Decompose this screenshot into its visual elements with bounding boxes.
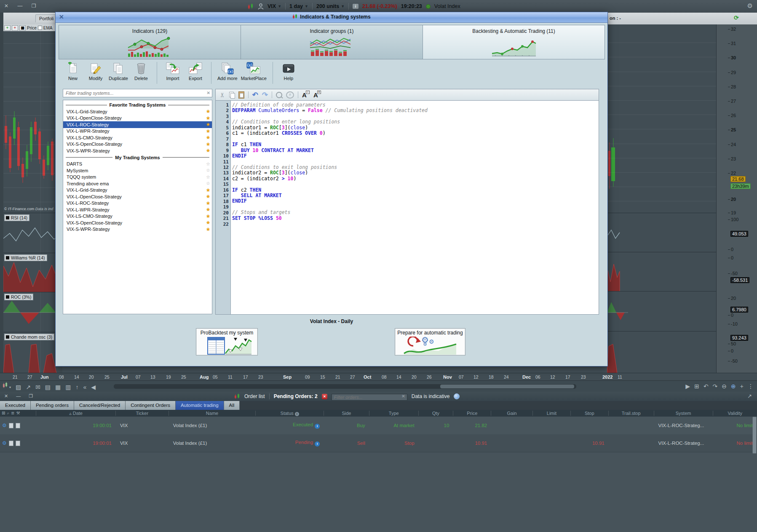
cancel-pending-icon[interactable]: ✕ <box>322 394 327 399</box>
orders-tab-pending-orders[interactable]: Pending orders <box>31 401 74 410</box>
close-all-icon[interactable]: ⊠ <box>2 411 5 416</box>
list-item[interactable]: DARTS☆ <box>63 161 212 168</box>
favorite-star-icon[interactable]: ☆ <box>204 174 212 180</box>
tab-indicator-groups[interactable]: Indicator groups (1) <box>241 25 423 59</box>
redo-icon[interactable]: ↷ <box>713 382 718 390</box>
column-header-qty[interactable]: Qty <box>419 411 454 416</box>
export-icon[interactable]: ↑ <box>75 383 78 391</box>
column-header-ticker[interactable]: Ticker <box>116 411 169 416</box>
column-header-stop[interactable]: Stop <box>571 411 609 416</box>
orders-table-header[interactable]: ⊠⌕≣⚒▵ DateTickerNameStatusiSideTypeQtyPr… <box>0 410 757 417</box>
favorite-star-icon[interactable]: ★ <box>204 122 212 127</box>
list-item[interactable]: VIX-L-ROC-Strategy★ <box>63 200 212 207</box>
add-more-button[interactable]: {x}Add more <box>217 61 238 81</box>
favorite-star-icon[interactable]: ★ <box>204 187 212 193</box>
chart-hscrollbar-thumb[interactable] <box>440 385 574 388</box>
window-controls[interactable]: ✕ — ❐ <box>4 393 36 399</box>
copy-icon[interactable] <box>229 92 235 98</box>
list-item[interactable]: MySystem☆ <box>63 167 212 174</box>
column-header-limit[interactable]: Limit <box>533 411 571 416</box>
chart-hscrollbar[interactable] <box>114 384 576 389</box>
favorite-star-icon[interactable]: ★ <box>204 128 212 134</box>
autotrade-gear-icon[interactable]: ⚙ <box>2 440 7 446</box>
prepare-autotrading-button[interactable]: Prepare for automatic trading ⚙ ⚙ ⚙ <box>395 328 465 356</box>
favorite-star-icon[interactable]: ★ <box>204 142 212 147</box>
favorite-star-icon[interactable]: ★ <box>204 220 212 225</box>
cut-icon[interactable]: ✂ <box>219 92 226 98</box>
favorite-star-icon[interactable]: ★ <box>204 109 212 114</box>
list-item[interactable]: VIX-S-OpenClose-Strategy★ <box>63 219 212 226</box>
price-chart-right-fragment[interactable] <box>607 24 716 373</box>
search-icon[interactable] <box>276 92 282 98</box>
column-header-price[interactable]: Price <box>453 411 491 416</box>
trading-systems-list[interactable]: Favorite Trading SystemsVIX-L-Grid-Strat… <box>63 100 212 314</box>
report-icon[interactable]: ≣ <box>11 411 14 416</box>
font-bigger-icon[interactable]: A+ <box>313 91 321 99</box>
add-drawing-button[interactable]: + <box>12 25 18 31</box>
column-header-trail-stop[interactable]: Trail.stop <box>609 411 654 416</box>
column-header-gain[interactable]: Gain <box>491 411 533 416</box>
orders-tab-automatic-trading[interactable]: Automatic trading <box>176 401 224 410</box>
list-item[interactable]: TQQQ system☆ <box>63 174 212 181</box>
favorite-star-icon[interactable]: ★ <box>204 135 212 140</box>
orders-tab-canceled-rejected[interactable]: Canceled/Rejected <box>74 401 126 410</box>
rsi-label[interactable]: RSI (14) <box>4 214 29 221</box>
plus-icon[interactable]: + <box>740 382 744 390</box>
share-icon[interactable]: ↗ <box>26 383 31 391</box>
favorite-star-icon[interactable]: ☆ <box>204 181 212 186</box>
log-icon[interactable] <box>16 441 20 446</box>
orders-tab-all[interactable]: All <box>224 401 240 410</box>
code-area[interactable]: // Definition of code parametersDEFPARAM… <box>231 101 599 314</box>
column-header-type[interactable]: Type <box>369 411 419 416</box>
tools-icon[interactable]: ⚒ <box>16 411 20 416</box>
list-item[interactable]: VIX-LS-CMO-Strategy★ <box>63 213 212 220</box>
next-icon[interactable]: ▶ <box>685 382 690 390</box>
favorite-star-icon[interactable]: ★ <box>204 194 212 199</box>
more-icon[interactable]: ⋮ <box>748 382 754 390</box>
undo-icon[interactable]: ↶ <box>704 382 709 390</box>
favorite-star-icon[interactable]: ★ <box>204 214 212 219</box>
add-indicator-button[interactable]: + <box>4 25 11 31</box>
portfolio-tab[interactable]: Portfoli <box>35 14 57 22</box>
autotrade-gear-icon[interactable]: ⚙ <box>2 422 7 428</box>
grid-icon[interactable]: ▦ <box>55 383 61 391</box>
prev-icon[interactable]: ◀ <box>91 383 96 391</box>
dialog-titlebar[interactable]: ✕ Indicators & Trading systems <box>56 12 607 23</box>
detail-icon[interactable] <box>9 423 13 428</box>
favorite-star-icon[interactable]: ★ <box>204 115 212 121</box>
chande-label[interactable]: Chande mom osc (3) <box>4 334 54 340</box>
list-item[interactable]: VIX-L-OpenClose-Strategy★ <box>63 193 212 200</box>
list-item[interactable]: VIX-L-OpenClose-Strategy★ <box>63 115 212 122</box>
chat-icon[interactable]: ✉ <box>35 383 40 391</box>
date-axis[interactable]: 2127Jun08142025Jul07131925Aug05111723Sep… <box>0 373 757 381</box>
search-icon[interactable]: ⌕ <box>7 411 9 416</box>
column-header-date[interactable]: ▵ Date <box>36 411 116 416</box>
info-icon[interactable]: i <box>353 4 358 9</box>
clear-filter-icon[interactable]: ✕ <box>401 394 405 398</box>
price-axis[interactable]: 323130292827262524232221.6823h39m2019100… <box>716 24 757 373</box>
detail-icon[interactable] <box>9 441 13 446</box>
font-smaller-icon[interactable]: A− <box>302 91 310 99</box>
timeframe-dropdown[interactable]: 1 day▼ <box>289 3 308 9</box>
list-item[interactable]: VIX-S-WPR-Strategy★ <box>63 147 212 154</box>
prev2-icon[interactable]: « <box>83 383 86 391</box>
news-icon[interactable]: ▤ <box>45 383 51 391</box>
column-header-system[interactable]: System <box>654 411 713 416</box>
settings-icon[interactable]: ⚙ <box>747 2 753 10</box>
units-dropdown[interactable]: 200 units▼ <box>316 3 345 9</box>
ema-checkbox[interactable] <box>38 26 42 30</box>
order-row[interactable]: ⚙19:00:01VIXVolat Index (£1)ExecutediBuy… <box>0 417 757 435</box>
refresh-icon[interactable]: ⟳ <box>734 14 739 21</box>
image-icon[interactable]: ▨ <box>16 383 21 391</box>
favorite-star-icon[interactable]: ★ <box>204 148 212 153</box>
delete-button[interactable]: Delete <box>131 61 151 81</box>
comment-icon[interactable]: // <box>286 91 294 99</box>
tab-backtesting[interactable]: Backtesting & Automatic Trading (11) <box>423 25 605 59</box>
paste-icon[interactable] <box>238 91 244 99</box>
undo-icon[interactable]: ↶ <box>252 91 258 99</box>
zoomout-icon[interactable]: ⊖ <box>722 382 727 390</box>
column-header-side[interactable]: Side <box>324 411 369 416</box>
williams-label[interactable]: Williams %R (14) <box>4 254 47 261</box>
column-header-validity[interactable]: Validity <box>713 411 757 416</box>
list-item[interactable]: VIX-L-Grid-Strategy★ <box>63 187 212 194</box>
